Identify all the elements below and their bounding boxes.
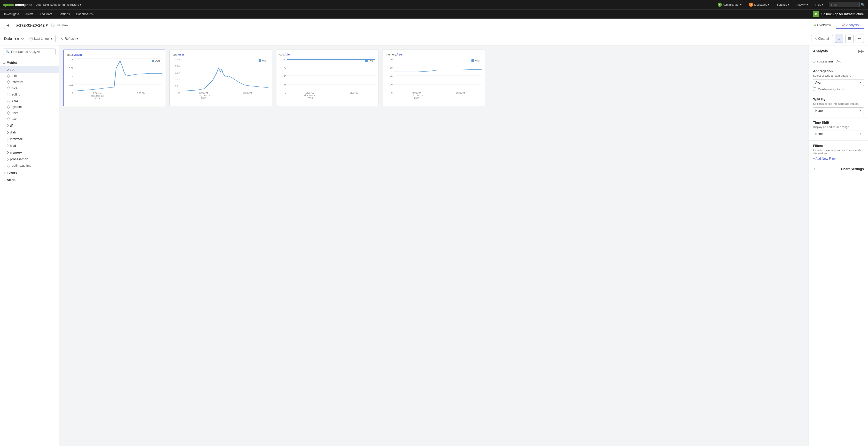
aggregation-select[interactable]: Avg Sum Min Max xyxy=(813,79,864,86)
events-header[interactable]: Events xyxy=(0,170,59,176)
steal-diamond-icon xyxy=(7,99,10,102)
clear-all-button[interactable]: ✕ Clear all xyxy=(811,35,833,42)
alerts-header[interactable]: Alerts xyxy=(0,176,59,183)
sidebar-item-steal[interactable]: steal xyxy=(0,98,59,104)
nav-alerts[interactable]: Alerts xyxy=(25,11,33,17)
cpu-group-header[interactable]: cpu xyxy=(0,66,59,73)
host-tabs: ● Overview 📈 Analysis xyxy=(809,22,864,29)
system-label: system xyxy=(12,105,22,109)
sidebar-item-wait[interactable]: wait xyxy=(0,116,59,122)
refresh-label: Refresh xyxy=(65,37,75,40)
chart-cpu-idle[interactable]: cpu.idle Avg 100 75 50 25 0 xyxy=(276,49,378,106)
idle-label: idle xyxy=(12,74,17,78)
cpu-chevron xyxy=(6,68,8,71)
tab-analysis[interactable]: 📈 Analysis xyxy=(836,22,864,29)
split-by-select[interactable]: None xyxy=(813,107,864,114)
nav-settings[interactable]: Settings xyxy=(59,11,70,17)
x-axis-user: 2:00 AMThu, Dec 122019 2:30 AM xyxy=(181,92,269,99)
uptime-diamond-icon xyxy=(7,164,10,168)
chart-settings-title: Chart Settings xyxy=(841,167,864,171)
nav-dashboards[interactable]: Dashboards xyxy=(76,11,93,17)
split-by-section: Split By Split this series into separate… xyxy=(809,94,868,117)
splunk-text: splunk xyxy=(3,3,14,7)
memory-chevron xyxy=(6,151,8,154)
memory-group-header[interactable]: memory xyxy=(0,149,59,156)
chart-cpu-system[interactable]: cpu.system Avg 0.08 0.06 0.04 0.02 0 xyxy=(63,49,165,106)
find-search-icon: 🔍 xyxy=(861,3,865,7)
activity-menu[interactable]: Activity ▾ xyxy=(795,2,810,7)
tab-analysis-label: Analysis xyxy=(846,23,859,27)
time-shift-title: Time Shift xyxy=(813,121,864,125)
processmon-label: processmon xyxy=(10,158,28,161)
refresh-button[interactable]: ↻ Refresh ▾ xyxy=(58,35,82,42)
aggregation-section: Aggregation Select or type an aggregatio… xyxy=(809,66,868,94)
chart-memory-free-title: memory.free xyxy=(386,53,482,56)
search-box[interactable]: 🔍 xyxy=(3,48,56,55)
y-axis-user: 0.05 0.04 0.03 0.02 0.01 0 xyxy=(173,58,181,94)
find-input[interactable] xyxy=(829,2,860,7)
nav-investigate[interactable]: Investigate xyxy=(4,11,19,17)
sidebar-item-interrupt[interactable]: interrupt xyxy=(0,79,59,85)
help-menu[interactable]: Help ▾ xyxy=(813,2,826,7)
disk-group-header[interactable]: disk xyxy=(0,129,59,136)
sidebar-item-idle[interactable]: idle xyxy=(0,73,59,79)
undo-button[interactable]: ⟲ xyxy=(21,37,24,41)
df-group-header[interactable]: df xyxy=(0,122,59,129)
settings-label: Settings ▾ xyxy=(777,3,789,6)
splunk-logo[interactable]: splunk›enterprise xyxy=(3,3,32,7)
search-input[interactable] xyxy=(11,50,53,54)
settings-menu[interactable]: Settings ▾ xyxy=(775,2,792,7)
back-button[interactable]: ◀ xyxy=(4,22,11,29)
overview-dot: ● xyxy=(814,23,817,27)
sidebar-item-nice[interactable]: nice xyxy=(0,85,59,91)
filters-sub: Include or exclude values from specific … xyxy=(813,149,864,155)
chart-settings-header[interactable]: Chart Settings xyxy=(809,164,868,174)
sidebar-item-uptime[interactable]: uptime.uptime xyxy=(0,163,59,169)
x-axis-system: 2:00 AMThu, Dec 122019 2:30 AM xyxy=(74,92,162,100)
chart-cpu-user-title: cpu.user xyxy=(173,53,269,56)
collapse-sidebar-btn[interactable]: ◀◀ xyxy=(14,37,19,40)
x-axis-memory: 2:00 AMThu, Dec 122019 2:30 AM xyxy=(394,92,482,99)
add-filter-link[interactable]: + Add New Filter xyxy=(813,157,836,161)
interrupt-diamond-icon xyxy=(7,80,10,84)
help-label: Help ▾ xyxy=(815,3,824,6)
chart-cpu-user[interactable]: cpu.user Avg 0.05 0.04 0.03 0.02 0.01 0 xyxy=(169,49,272,106)
admin-menu[interactable]: 1 Administrator ▾ xyxy=(716,2,744,8)
cpu-system-section-header[interactable]: cpu.system Avg xyxy=(809,57,868,66)
idle-diamond-icon xyxy=(7,74,10,78)
time-shift-select[interactable]: None xyxy=(813,131,864,137)
system-diamond-icon xyxy=(7,105,10,109)
clock-icon2: 🕐 xyxy=(29,37,33,40)
tab-overview[interactable]: ● Overview xyxy=(809,22,836,29)
messages-menu[interactable]: 2 Messages ▾ xyxy=(747,2,771,8)
metrics-header[interactable]: Metrics xyxy=(0,59,59,66)
processmon-chevron xyxy=(6,158,8,161)
splunk-app-brand: 🖥 Splunk App for Infrastructure xyxy=(813,11,864,17)
memory-label: memory xyxy=(10,151,22,155)
more-options-button[interactable]: ••• xyxy=(856,35,864,43)
load-group-header[interactable]: load xyxy=(0,142,59,149)
user-label: user xyxy=(12,111,18,115)
time-range-button[interactable]: 🕐 Last 1 hour ▾ xyxy=(26,35,56,42)
brand-icon: 🖥 xyxy=(813,11,819,17)
events-chevron xyxy=(3,172,5,174)
chart-settings-chevron xyxy=(812,168,815,170)
interface-group-header[interactable]: interface xyxy=(0,136,59,142)
list-view-button[interactable]: ☰ xyxy=(845,35,854,43)
sidebar: 🔍 Metrics cpu idle interrupt xyxy=(0,45,59,446)
chart-memory-free[interactable]: memory.free Avg 80 60 40 20 0 xyxy=(382,49,485,106)
filters-section: Filters Include or exclude values from s… xyxy=(809,141,868,164)
toolbar-right: ✕ Clear all ⊞ ☰ ••• xyxy=(811,35,864,43)
grid-view-button[interactable]: ⊞ xyxy=(835,35,843,43)
cpu-system-section-label: cpu.system xyxy=(817,60,833,63)
sidebar-item-softirq[interactable]: softirq xyxy=(0,91,59,98)
overlay-checkbox[interactable] xyxy=(813,88,816,91)
expand-panel-icon[interactable]: ▶▶ xyxy=(858,49,864,53)
admin-badge: 1 xyxy=(718,3,722,7)
sidebar-item-system[interactable]: system xyxy=(0,104,59,110)
processmon-group-header[interactable]: processmon xyxy=(0,156,59,163)
nav-add-data[interactable]: Add Data xyxy=(39,11,53,17)
sidebar-item-user[interactable]: user xyxy=(0,110,59,116)
host-name[interactable]: ip-172-31-20-242 ▾ xyxy=(14,23,48,28)
aggregation-title: Aggregation xyxy=(813,69,864,73)
